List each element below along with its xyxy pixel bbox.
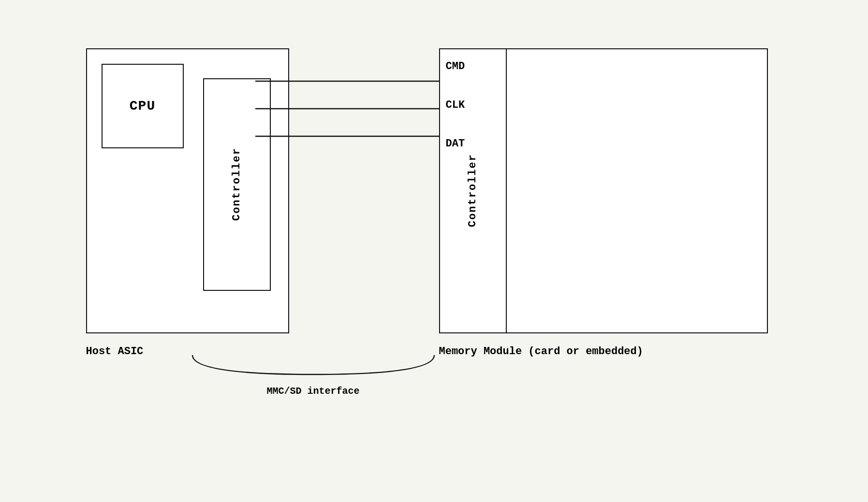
cmd-label: CMD [446,60,465,72]
host-controller-label: Controller [231,147,243,221]
mmc-interface-label: MMC/SD interface [266,386,359,397]
host-asic-box: CPU Controller [86,48,289,333]
dat-label: DAT [446,138,465,150]
brace-svg [188,353,439,382]
cpu-label: CPU [130,99,155,114]
signal-labels: CMD CLK DAT [446,60,465,150]
diagram-container: CPU Controller Memory Memory Controller … [72,34,797,469]
mem-controller-label: Controller [467,154,479,227]
host-controller-box: Controller [203,78,271,291]
memory-module-label: Memory Module (card or embedded) [439,345,643,358]
cpu-box: CPU [102,64,184,148]
host-asic-label: Host ASIC [86,345,144,358]
clk-label: CLK [446,99,465,111]
mmc-brace-group: MMC/SD interface [188,353,439,397]
